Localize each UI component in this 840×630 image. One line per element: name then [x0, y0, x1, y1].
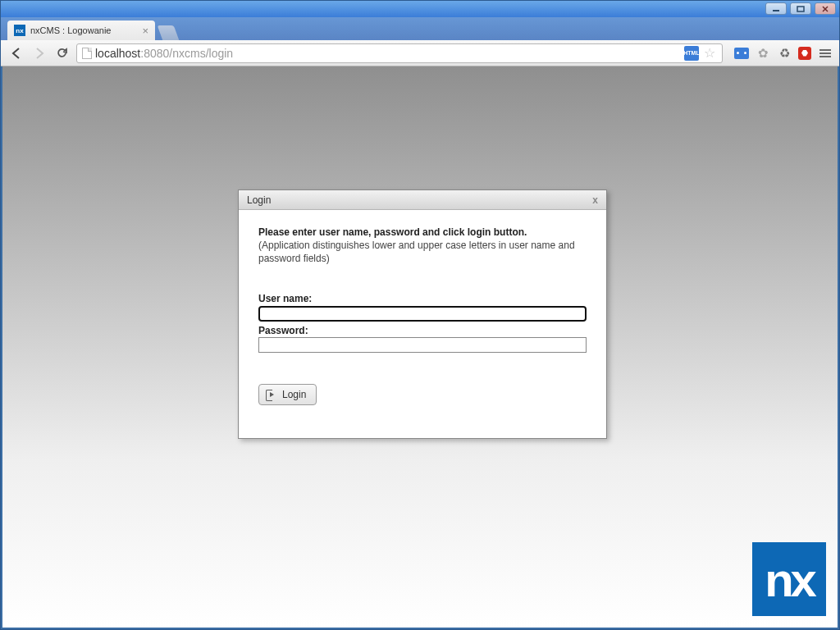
login-icon [266, 389, 277, 400]
extension-controller-icon[interactable] [734, 48, 749, 59]
browser-window: nx nxCMS : Logowanie × localhost:8080/nx… [0, 0, 840, 630]
nx-logo: nx [752, 542, 826, 616]
bookmark-star-icon[interactable]: ☆ [702, 46, 717, 61]
extension-recycle-icon[interactable]: ♻ [777, 46, 792, 61]
username-label: User name: [258, 293, 587, 304]
reload-button[interactable] [53, 44, 71, 62]
login-button[interactable]: Login [258, 384, 317, 405]
page-icon [82, 48, 92, 59]
window-close-button[interactable] [815, 2, 836, 15]
url-text: localhost:8080/nxcms/login [95, 47, 681, 60]
login-button-label: Login [282, 389, 306, 400]
window-maximize-button[interactable] [790, 2, 811, 15]
username-input[interactable] [258, 306, 587, 322]
tab-favicon-icon: nx [14, 25, 25, 36]
login-instruction: Please enter user name, password and cli… [258, 226, 587, 238]
dialog-title: Login [247, 194, 271, 206]
svg-rect-1 [797, 7, 804, 11]
browser-tab[interactable]: nx nxCMS : Logowanie × [7, 21, 155, 40]
forward-button[interactable] [30, 44, 48, 62]
dialog-titlebar: Login x [239, 190, 606, 210]
new-tab-button[interactable] [158, 25, 180, 40]
browser-toolbar: localhost:8080/nxcms/login HTML ☆ ✿ ♻ [1, 40, 839, 66]
tab-title: nxCMS : Logowanie [30, 25, 111, 35]
password-label: Password: [258, 325, 587, 336]
back-button[interactable] [7, 44, 25, 62]
tab-close-button[interactable]: × [142, 25, 148, 37]
address-bar[interactable]: localhost:8080/nxcms/login HTML ☆ [76, 43, 723, 63]
window-minimize-button[interactable] [765, 2, 787, 15]
extension-puzzle-icon[interactable]: ✿ [756, 46, 770, 61]
page-viewport: Login x Please enter user name, password… [2, 66, 838, 628]
tab-strip: nx nxCMS : Logowanie × [1, 17, 839, 40]
window-titlebar [1, 1, 839, 17]
html-badge-icon[interactable]: HTML [684, 46, 699, 61]
password-input[interactable] [258, 337, 587, 353]
login-instruction-note: (Application distinguishes lower and upp… [258, 240, 587, 265]
login-dialog: Login x Please enter user name, password… [238, 189, 607, 439]
browser-menu-button[interactable] [818, 46, 833, 61]
extension-adblock-icon[interactable] [798, 47, 811, 60]
dialog-close-button[interactable]: x [592, 194, 598, 206]
